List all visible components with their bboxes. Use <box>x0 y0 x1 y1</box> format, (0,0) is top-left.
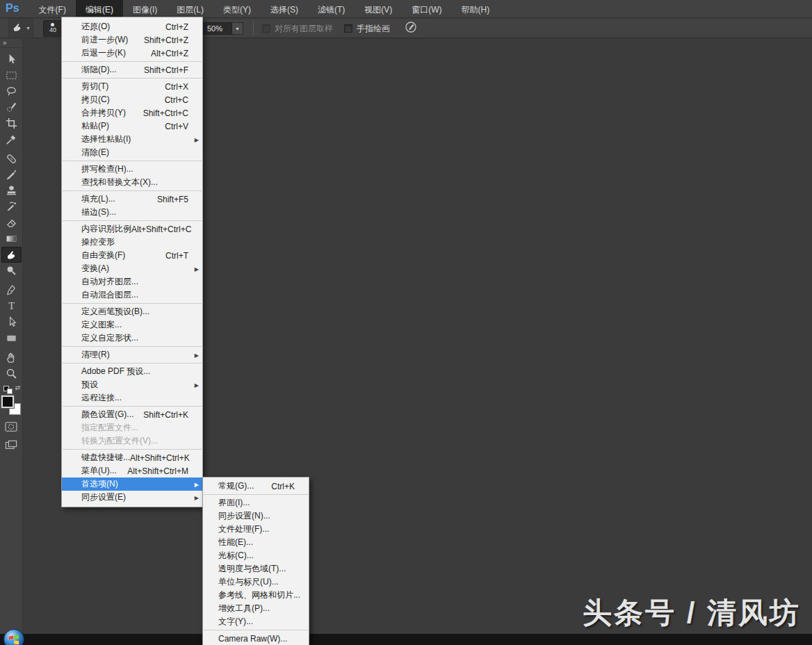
tool-type[interactable]: T <box>1 298 22 314</box>
menu-item[interactable]: 选择性粘贴(I)▶ <box>62 133 202 146</box>
menu-item-label: 文件处理(F)... <box>218 523 269 535</box>
menu-item[interactable]: 自动对齐图层... <box>62 275 202 288</box>
menu-item[interactable]: 文件处理(F)... <box>203 523 309 536</box>
strength-input[interactable]: 50% <box>203 22 232 35</box>
menu-item[interactable]: 定义画笔预设(B)... <box>62 305 202 318</box>
tool-hand[interactable] <box>1 350 22 366</box>
menubar-item[interactable]: 窗口(W) <box>402 0 451 17</box>
tool-preset-button[interactable]: ▼ <box>8 19 33 38</box>
tool-move[interactable] <box>1 51 22 67</box>
menu-item-label: 剪切(T) <box>81 81 108 92</box>
menu-item-shortcut: Shift+Ctrl+F <box>144 65 188 75</box>
menubar-item[interactable]: 帮助(H) <box>452 0 500 17</box>
quick-mask-button[interactable] <box>3 421 19 433</box>
tool-clone-stamp[interactable] <box>1 183 22 199</box>
menu-item[interactable]: 键盘快捷键...Alt+Shift+Ctrl+K <box>62 451 202 464</box>
menu-item[interactable]: 首选项(N)▶ <box>62 477 202 491</box>
menu-item[interactable]: 菜单(U)...Alt+Shift+Ctrl+M <box>62 464 202 477</box>
tool-spot-healing-brush[interactable] <box>1 151 22 167</box>
menu-item[interactable]: 清理(R)▶ <box>62 348 202 361</box>
menu-item[interactable]: 参考线、网格和切片... <box>203 589 309 602</box>
menu-item[interactable]: 常规(G)...Ctrl+K <box>203 480 309 493</box>
menu-item[interactable]: 变换(A)▶ <box>62 262 202 275</box>
menu-item[interactable]: 描边(S)... <box>62 206 202 219</box>
menu-item[interactable]: 内容识别比例Alt+Shift+Ctrl+C <box>62 222 202 236</box>
tool-eraser[interactable] <box>1 215 22 231</box>
tool-history-brush[interactable] <box>1 199 22 215</box>
strength-dropdown-button[interactable]: ▼ <box>232 22 243 35</box>
menu-item[interactable]: 定义图案... <box>62 318 202 332</box>
screen-mode-button[interactable] <box>3 439 19 451</box>
tool-pen[interactable] <box>1 282 22 298</box>
menu-item[interactable]: 预设▶ <box>62 378 202 391</box>
menubar-item[interactable]: 图层(L) <box>167 0 213 17</box>
menu-item[interactable]: Adobe PDF 预设... <box>62 365 202 378</box>
menu-item[interactable]: 界面(I)... <box>203 496 309 509</box>
menu-item-label: 后退一步(K) <box>81 47 126 59</box>
windows-start-button[interactable] <box>3 628 25 645</box>
menu-item[interactable]: 自动混合图层... <box>62 288 202 302</box>
menubar-item[interactable]: 视图(V) <box>355 0 402 17</box>
tool-path-selection[interactable] <box>1 314 22 330</box>
menu-item[interactable]: 后退一步(K)Alt+Ctrl+Z <box>62 47 202 60</box>
tablet-pressure-button[interactable] <box>401 20 418 37</box>
menu-item[interactable]: 光标(C)... <box>203 549 309 562</box>
menubar-item[interactable]: 图像(I) <box>123 0 167 17</box>
default-swatches-widget[interactable]: ⇄ <box>2 384 20 394</box>
menu-item-label: 远程连接... <box>81 392 122 404</box>
menu-item[interactable]: 拼写检查(H)... <box>62 163 202 176</box>
tool-smudge[interactable] <box>1 247 22 263</box>
photoshop-logo: Ps <box>0 0 29 17</box>
menu-item[interactable]: 操控变形 <box>62 236 202 249</box>
menu-item[interactable]: 填充(L)...Shift+F5 <box>62 193 202 206</box>
foreground-color-swatch[interactable] <box>1 395 14 408</box>
menu-item[interactable]: 前进一步(W)Shift+Ctrl+Z <box>62 33 202 47</box>
menu-item[interactable]: 清除(E) <box>62 146 202 159</box>
tool-zoom[interactable] <box>1 366 22 382</box>
menubar-item[interactable]: 滤镜(T) <box>308 0 355 17</box>
tool-dodge[interactable] <box>1 263 22 279</box>
menu-item[interactable]: 还原(O)Ctrl+Z <box>62 20 202 33</box>
smudge-tool-icon <box>11 21 24 36</box>
finger-painting-checkbox[interactable] <box>344 24 352 33</box>
menu-item[interactable]: 增效工具(P)... <box>203 602 309 615</box>
menu-item[interactable]: 渐隐(D)...Shift+Ctrl+F <box>62 63 202 76</box>
menubar-item[interactable]: 文件(F) <box>29 0 76 17</box>
menu-item[interactable]: 合并拷贝(Y)Shift+Ctrl+C <box>62 106 202 120</box>
menu-item[interactable]: 查找和替换文本(X)... <box>62 176 202 189</box>
tool-quick-selection[interactable] <box>1 99 22 115</box>
brush-preset-picker[interactable]: 40 <box>43 20 63 37</box>
tool-gradient[interactable] <box>1 231 22 247</box>
menubar-item[interactable]: 编辑(E) <box>76 0 123 17</box>
menu-item-shortcut: Alt+Ctrl+Z <box>151 49 188 58</box>
sample-all-layers-checkbox[interactable] <box>262 24 270 33</box>
menu-item[interactable]: 性能(E)... <box>203 536 309 549</box>
menu-item[interactable]: 粘贴(P)Ctrl+V <box>62 120 202 133</box>
menu-item[interactable]: 自由变换(F)Ctrl+T <box>62 249 202 262</box>
menu-item[interactable]: 单位与标尺(U)... <box>203 575 309 589</box>
tool-rectangle-shape[interactable] <box>1 330 22 346</box>
tool-eyedropper[interactable] <box>1 131 22 147</box>
submenu-arrow-icon: ▶ <box>195 136 199 142</box>
menu-item[interactable]: 拷贝(C)Ctrl+C <box>62 93 202 106</box>
tool-crop[interactable] <box>1 115 22 131</box>
menu-item-label: 还原(O) <box>81 21 110 33</box>
menu-item[interactable]: 同步设置(N)... <box>203 509 309 523</box>
menu-item-label: 拷贝(C) <box>81 94 110 106</box>
collapse-panel-icon[interactable]: » <box>0 39 22 48</box>
tool-lasso[interactable] <box>1 83 22 99</box>
tool-rectangular-marquee[interactable] <box>1 67 22 83</box>
menubar-item[interactable]: 选择(S) <box>261 0 308 17</box>
menu-item[interactable]: 远程连接... <box>62 391 202 405</box>
menu-item[interactable]: 颜色设置(G)...Shift+Ctrl+K <box>62 408 202 421</box>
menu-item[interactable]: 剪切(T)Ctrl+X <box>62 80 202 93</box>
menu-item-label: 转换为配置文件(V)... <box>81 435 158 447</box>
menu-item[interactable]: 文字(Y)... <box>203 615 309 628</box>
menu-item[interactable]: 同步设置(E)▶ <box>62 491 202 504</box>
menu-item[interactable]: 透明度与色域(T)... <box>203 562 309 575</box>
menu-item[interactable]: Camera Raw(W)... <box>203 632 309 645</box>
menubar-item[interactable]: 类型(Y) <box>213 0 261 17</box>
menu-item[interactable]: 定义自定形状... <box>62 332 202 345</box>
tool-brush[interactable] <box>1 167 22 183</box>
menu-item: 指定配置文件... <box>62 421 202 434</box>
